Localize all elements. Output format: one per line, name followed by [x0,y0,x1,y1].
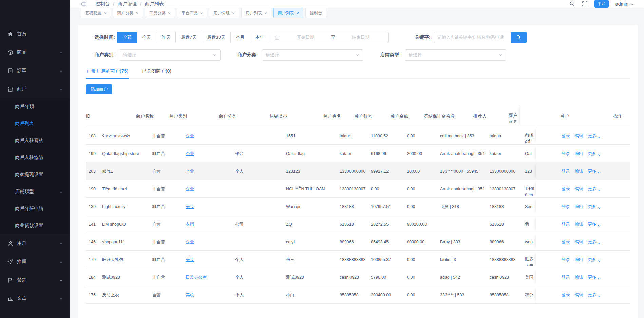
sidebar-item[interactable]: 商戶分類 [0,98,70,115]
time-range-button[interactable]: 最近7天 [175,32,202,43]
keyword-input[interactable] [434,32,511,43]
edit-action-link[interactable]: 编辑 [575,186,583,192]
cell-id: 139 [86,200,102,213]
edit-action-link[interactable]: 编辑 [575,274,583,281]
time-range-button[interactable]: 本年 [250,32,269,43]
page-tab-chip[interactable]: 用户分组 × [209,8,239,18]
close-icon[interactable]: × [264,11,267,15]
merchant-classification-link[interactable]: 企业 [186,134,194,138]
login-action-link[interactable]: 登录 [562,274,570,281]
more-action-link[interactable]: 更多 [588,221,601,228]
page-tab-chip[interactable]: 用户列表 × [241,8,271,18]
login-action-link[interactable]: 登录 [562,168,570,175]
sidebar-item[interactable]: 文章 [0,289,70,307]
more-action-link[interactable]: 更多 [588,274,601,281]
filter-select[interactable]: 请选择 [262,49,363,61]
time-range-button[interactable]: 今天 [137,32,156,43]
breadcrumb-item[interactable]: 控制台 [95,1,110,7]
sidebar-item[interactable]: 營銷 [0,271,70,289]
sidebar-item[interactable]: 用戶 [0,234,70,252]
sidebar-item[interactable]: 商家提现设置 [0,166,70,183]
sidebar-item[interactable]: 商戶列表 [0,115,70,132]
close-icon[interactable]: × [104,11,107,15]
collapse-menu-icon[interactable] [80,1,87,7]
time-range-button[interactable]: 最近30天 [202,32,230,43]
login-action-link[interactable]: 登录 [562,292,570,298]
merchant-classification-link[interactable]: 企业 [186,240,194,244]
close-icon[interactable]: × [136,11,139,15]
page-tab-chip[interactable]: 基礎配置 × [81,8,111,18]
date-range-picker[interactable]: 开始日期 至 结束日期 [271,32,389,43]
edit-action-link[interactable]: 编辑 [575,168,583,175]
login-action-link[interactable]: 登录 [562,132,570,139]
admin-dropdown[interactable]: admin [615,1,634,7]
login-action-link[interactable]: 登录 [562,221,570,228]
page-tab-chip[interactable]: 商品分类 × [145,8,175,18]
filter-select[interactable]: 请选择 [119,49,221,61]
login-action-link[interactable]: 登录 [562,150,570,157]
edit-action-link[interactable]: 编辑 [575,203,583,210]
edit-action-link[interactable]: 编辑 [575,150,583,157]
more-action-link[interactable]: 更多 [588,292,601,298]
article-icon [7,296,13,301]
sidebar-item[interactable]: 推廣 [0,252,70,271]
close-icon[interactable]: × [297,11,299,15]
merchant-classification-link[interactable]: 企业 [186,187,194,191]
login-action-link[interactable]: 登录 [562,186,570,192]
sidebar-item[interactable]: 店鋪類型 [0,183,70,200]
filter-select[interactable]: 请选择 [405,49,506,61]
more-action-link[interactable]: 更多 [588,256,601,263]
time-range-button[interactable]: 昨天 [156,32,176,43]
sidebar-item[interactable]: 商戶入駐審核 [0,132,70,149]
edit-action-link[interactable]: 编辑 [575,238,583,245]
tab-closed-merchants[interactable]: 已关闭商户(0) [141,67,172,78]
cell-merchant-person: 1651 [286,130,340,142]
end-date-placeholder[interactable]: 结束日期 [337,34,385,40]
close-icon[interactable]: × [200,11,203,15]
page-tab-chip[interactable]: 控制台 [305,8,326,18]
close-icon[interactable]: × [168,11,171,15]
sidebar-item[interactable]: 商戶分賬申請 [0,200,70,217]
sidebar-item[interactable]: 商品 [0,43,70,61]
merchant-classification-link[interactable]: 美妆 [186,204,194,209]
add-merchant-button[interactable]: 添加商户 [86,84,112,94]
more-action-link[interactable]: 更多 [588,132,601,139]
merchant-classification-link[interactable]: 企业 [186,151,194,156]
breadcrumb-item[interactable]: 商户管理 [118,1,137,7]
more-action-link[interactable]: 更多 [588,168,601,175]
close-icon[interactable]: × [232,11,235,15]
sidebar-item[interactable]: 訂單 [0,61,70,80]
edit-action-link[interactable]: 编辑 [575,292,583,298]
merchant-classification-link[interactable]: 美妆 [186,293,194,297]
fullscreen-icon[interactable] [582,1,588,7]
start-date-placeholder[interactable]: 开始日期 [282,34,330,40]
login-action-link[interactable]: 登录 [562,203,570,210]
time-range-button[interactable]: 本月 [230,32,250,43]
login-action-link[interactable]: 登录 [562,238,570,245]
sidebar-item[interactable]: 商戶 [0,80,70,98]
time-range-button[interactable]: 全部 [117,32,137,43]
more-action-link[interactable]: 更多 [588,238,601,245]
more-action-link[interactable]: 更多 [588,203,601,210]
edit-action-link[interactable]: 编辑 [575,132,583,139]
platform-badge[interactable]: 平台 [594,0,609,8]
more-action-link[interactable]: 更多 [588,186,601,192]
search-icon[interactable] [569,1,575,7]
merchant-classification-link[interactable]: 企业 [186,169,194,174]
sidebar-item[interactable]: 商戶入駐協議 [0,149,70,166]
sidebar-item[interactable]: 首頁 [0,25,70,43]
edit-action-link[interactable]: 编辑 [575,256,583,263]
tab-open-merchants[interactable]: 正常开启的商户(75) [86,67,129,78]
sidebar-item[interactable]: 商业贷款设置 [0,217,70,234]
breadcrumb-item[interactable]: 商户列表 [145,1,164,7]
page-tab-chip[interactable]: 平台商品 × [177,8,207,18]
keyword-search-button[interactable] [511,32,527,43]
edit-action-link[interactable]: 编辑 [575,221,583,228]
more-action-link[interactable]: 更多 [588,150,601,157]
page-tab-chip[interactable]: 商户分类 × [113,8,143,18]
merchant-classification-link[interactable]: 衣帽 [186,222,194,227]
login-action-link[interactable]: 登录 [562,256,570,263]
merchant-classification-link[interactable]: 日常办公室 [186,275,207,280]
merchant-classification-link[interactable]: 美妆 [186,257,194,262]
page-tab-chip[interactable]: 商户列表 × [273,8,304,18]
